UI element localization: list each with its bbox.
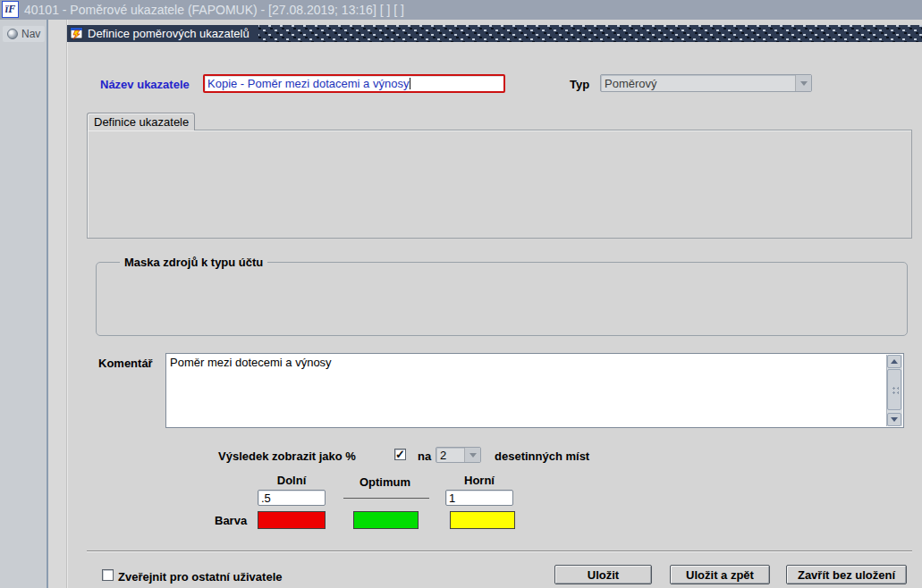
upper-color-swatch[interactable] <box>450 511 515 529</box>
publish-label: Zveřejnit pro ostatní uživatele <box>118 570 283 584</box>
chevron-down-icon <box>800 81 808 86</box>
decimals-select[interactable]: 2 <box>436 447 481 463</box>
percent-label: Výsledek zobrazit jako % <box>218 449 356 463</box>
na-label: na <box>418 449 431 463</box>
application-window: ïF 40101 - Poměrové ukazatele (FAPOMUK) … <box>0 0 922 588</box>
type-select[interactable]: Poměrový <box>600 74 812 92</box>
grip-dots-icon <box>892 386 899 394</box>
mask-groupbox-label: Maska zdrojů k typu účtu <box>120 256 267 269</box>
color-label: Barva <box>215 514 247 527</box>
optimum-label: Optimum <box>351 475 419 489</box>
mask-groupbox: Maska zdrojů k typu účtu <box>96 262 908 336</box>
scroll-up-button[interactable] <box>887 355 901 368</box>
sidebar-gutter <box>48 20 67 588</box>
comment-label: Komentář <box>98 357 153 370</box>
close-without-save-button[interactable]: Zavřít bez uložení <box>786 565 907 584</box>
lower-bound-input[interactable] <box>258 490 326 506</box>
type-select-value: Poměrový <box>601 77 795 90</box>
tab-definice-ukazatele[interactable]: Definice ukazatele <box>87 113 195 130</box>
arrow-down-icon <box>891 417 898 422</box>
form-window-icon <box>70 27 84 40</box>
publish-checkbox[interactable] <box>102 569 114 581</box>
lower-color-swatch[interactable] <box>258 511 326 529</box>
bottom-separator <box>87 550 912 551</box>
optimum-color-swatch[interactable] <box>353 511 419 529</box>
form-window-title: Definice poměrových ukazatelů <box>88 27 250 40</box>
comment-textarea[interactable]: Poměr mezi dotecemi a výnosy <box>165 353 904 428</box>
save-button[interactable]: Uložit <box>554 565 652 584</box>
type-select-button[interactable] <box>795 75 811 91</box>
nav-sidebar: Nav <box>0 20 48 588</box>
optimum-line <box>343 498 429 499</box>
nav-label: Nav <box>21 28 40 40</box>
scrollbar-thumb[interactable] <box>887 369 901 410</box>
arrow-up-icon <box>891 359 898 364</box>
decimals-select-value: 2 <box>436 449 464 462</box>
comment-scrollbar[interactable] <box>886 355 902 426</box>
scroll-down-button[interactable] <box>887 413 901 426</box>
name-label: Název ukazatele <box>100 78 190 91</box>
name-input[interactable]: Kopie - Poměr mezi dotacemi a výnosy <box>203 74 505 93</box>
decimals-suffix-label: desetinných míst <box>495 449 589 463</box>
form-window-titlebar: Definice poměrových ukazatelů <box>67 25 922 42</box>
sidebar-item-nav[interactable]: Nav <box>3 26 45 42</box>
save-and-back-button[interactable]: Uložit a zpět <box>670 565 770 584</box>
type-label: Typ <box>570 78 589 91</box>
nav-radio-icon <box>7 29 18 39</box>
app-title: 40101 - Poměrové ukazatele (FAPOMUK) - [… <box>24 0 404 20</box>
chevron-down-icon <box>469 453 477 458</box>
percent-checkbox[interactable] <box>394 449 406 460</box>
decimals-select-button[interactable] <box>464 448 480 462</box>
comment-text: Poměr mezi dotecemi a výnosy <box>170 356 884 369</box>
upper-bound-input[interactable] <box>445 490 513 506</box>
titlebar-texture <box>258 25 922 42</box>
app-titlebar: ïF 40101 - Poměrové ukazatele (FAPOMUK) … <box>0 0 922 20</box>
name-input-value: Kopie - Poměr mezi dotacemi a výnosy <box>207 77 409 90</box>
app-logo-icon: ïF <box>2 1 19 18</box>
account-definition-panel <box>87 130 912 239</box>
text-caret <box>410 78 410 89</box>
